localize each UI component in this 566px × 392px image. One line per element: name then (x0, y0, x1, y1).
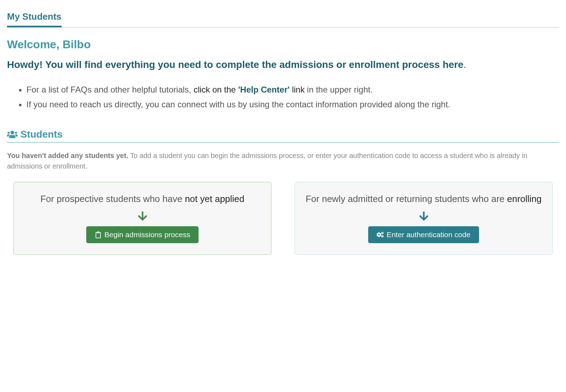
enter-auth-code-label: Enter authentication code (386, 230, 470, 239)
gear-icon (377, 231, 384, 238)
b1-dark-post: link (290, 85, 305, 94)
empty-strong: You haven't added any students yet. (7, 152, 128, 159)
empty-students-message: You haven't added any students yet. To a… (7, 150, 559, 171)
enter-auth-code-button[interactable]: Enter authentication code (368, 226, 479, 243)
users-icon (7, 130, 18, 139)
admissions-text-bold: not yet applied (185, 194, 244, 204)
arrow-down-icon (419, 211, 429, 221)
tab-my-students[interactable]: My Students (7, 8, 62, 27)
students-section-title: Students (7, 129, 559, 143)
intro-bold-text: Howdy! You will find everything you need… (7, 59, 464, 70)
auth-text-bold: enrolling (507, 194, 541, 204)
welcome-heading: Welcome, Bilbo (7, 38, 559, 51)
b1-post: in the upper right. (304, 85, 372, 94)
intro-bullet-list: For a list of FAQs and other helpful tut… (7, 83, 559, 111)
auth-card: For newly admitted or returning students… (295, 182, 553, 255)
help-center-text: 'Help Center' (238, 85, 290, 94)
admissions-card: For prospective students who have not ye… (13, 182, 271, 255)
b1-pre: For a list of FAQs and other helpful tut… (26, 85, 194, 94)
intro-bullet-faq: For a list of FAQs and other helpful tut… (26, 83, 559, 97)
intro-text: Howdy! You will find everything you need… (7, 57, 559, 72)
b1-dark-pre: click on the (194, 85, 238, 94)
begin-admissions-label: Begin admissions process (105, 230, 190, 239)
tab-header: My Students (7, 8, 559, 27)
admissions-card-text: For prospective students who have not ye… (24, 192, 261, 206)
arrow-down-icon (137, 211, 148, 221)
clipboard-icon (95, 231, 102, 238)
students-section-label: Students (20, 129, 63, 140)
auth-card-text: For newly admitted or returning students… (305, 192, 542, 206)
action-cards-row: For prospective students who have not ye… (7, 182, 559, 255)
admissions-text-pre: For prospective students who have (40, 194, 185, 204)
begin-admissions-button[interactable]: Begin admissions process (86, 226, 199, 243)
intro-bullet-contact: If you need to reach us directly, you ca… (26, 97, 559, 112)
intro-period: . (464, 59, 466, 70)
auth-text-pre: For newly admitted or returning students… (306, 194, 507, 204)
